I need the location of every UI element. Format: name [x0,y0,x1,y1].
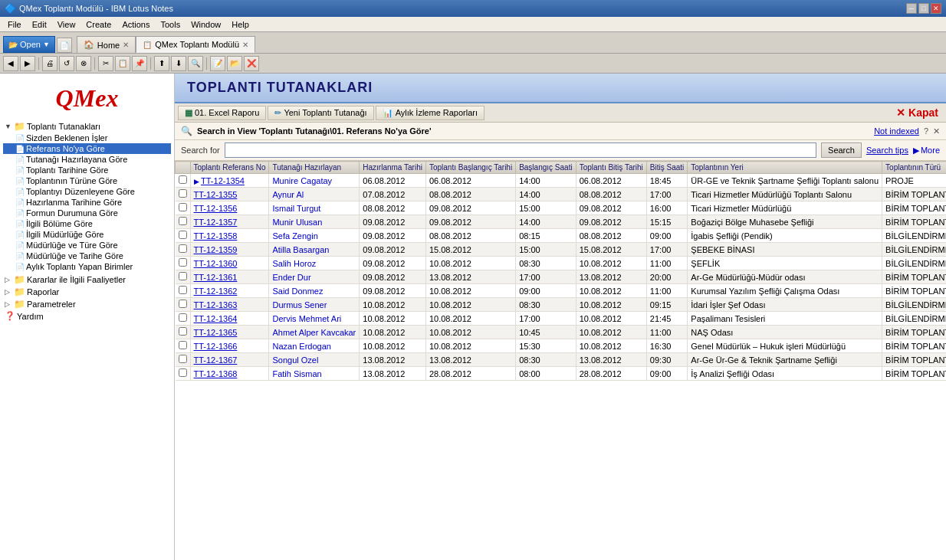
row-refno[interactable]: ▶ TT-12-1354 [190,174,269,188]
row-checkbox[interactable] [176,174,191,188]
col-header-bitis[interactable]: Toplantı Bitiş Tarihi [576,162,646,174]
row-checkbox[interactable] [176,257,191,270]
tree-item-parametreler[interactable]: ▷ 📁 Parametreler [3,298,171,310]
tree-item-tutanaklar[interactable]: ▼ 📁 Toplantı Tutanakları [3,120,171,133]
row-checkbox[interactable] [176,353,191,367]
tree-item-aylik[interactable]: 📄 Aylık Toplantı Yapan Birimler [3,261,171,272]
row-refno[interactable]: TT-12-1366 [190,339,269,353]
toolbar-back[interactable]: ◀ [3,56,18,71]
toolbar-down[interactable]: ⬇ [171,56,186,71]
row-check[interactable] [179,189,187,198]
col-header-bitissaati[interactable]: Bitiş Saati [646,162,687,174]
toolbar-paste[interactable]: 📌 [132,56,147,71]
toolbar-refresh[interactable]: ↺ [59,56,74,71]
row-refno[interactable]: TT-12-1356 [190,201,269,215]
row-refno[interactable]: TT-12-1361 [190,270,269,284]
ref-no-link[interactable]: TT-12-1354 [201,176,245,185]
menu-view[interactable]: View [53,19,80,30]
menu-tools[interactable]: Tools [156,19,185,30]
ref-no-link[interactable]: TT-12-1355 [194,190,238,199]
tree-item-duzenleyen[interactable]: 📄 Toplantıyı Düzenleyene Göre [3,186,171,197]
search-button[interactable]: Search [821,142,862,158]
row-refno[interactable]: TT-12-1355 [190,188,269,201]
row-checkbox[interactable] [176,312,191,326]
row-check[interactable] [179,217,187,225]
tree-item-hazirlanma[interactable]: 📄 Hazırlanma Tarihine Göre [3,197,171,208]
row-refno[interactable]: TT-12-1357 [190,215,269,229]
row-refno[interactable]: TT-12-1363 [190,298,269,312]
tree-item-tarih[interactable]: 📄 Toplantı Tarihine Göre [3,165,171,175]
row-refno[interactable]: TT-12-1360 [190,257,269,270]
row-checkbox[interactable] [176,229,191,243]
ref-no-link[interactable]: TT-12-1367 [194,355,238,365]
row-check[interactable] [179,300,187,308]
ref-no-link[interactable]: TT-12-1362 [194,287,238,296]
search-input[interactable] [225,142,816,158]
row-refno[interactable]: TT-12-1364 [190,312,269,326]
menu-help[interactable]: Help [227,19,254,30]
close-button[interactable]: ✕ [931,3,941,14]
ref-no-link[interactable]: TT-12-1357 [194,218,238,227]
row-check[interactable] [179,272,187,280]
tree-item-referans[interactable]: 📄 Referans No'ya Göre [3,143,171,154]
not-indexed-link[interactable]: Not indexed [874,126,919,136]
col-header-tur[interactable]: Toplantının Türü [882,162,946,174]
row-check[interactable] [179,203,187,211]
tab-qmex[interactable]: 📋 QMex Toplantı Modülü ✕ [136,36,255,53]
row-checkbox[interactable] [176,367,191,381]
action-tab-new[interactable]: ✏ Yeni Toplantı Tutanağı [268,106,373,120]
row-checkbox[interactable] [176,339,191,353]
menu-file[interactable]: File [3,19,26,30]
tab-qmex-close[interactable]: ✕ [242,41,248,49]
toolbar-close-doc[interactable]: ❌ [244,56,259,71]
toolbar-print[interactable]: 🖨 [42,56,57,71]
tree-item-kararlar[interactable]: ▷ 📁 Kararlar ile İlgili Faaliyetler [3,273,171,286]
row-refno[interactable]: TT-12-1368 [190,367,269,381]
tree-item-tur[interactable]: 📄 Toplantının Türüne Göre [3,175,171,186]
menu-window[interactable]: Window [186,19,225,30]
row-check[interactable] [179,368,187,377]
toolbar-new-doc[interactable]: 📝 [210,56,225,71]
row-check[interactable] [179,244,187,253]
tab-home-close[interactable]: ✕ [123,41,129,49]
ref-no-link[interactable]: TT-12-1359 [194,245,238,254]
row-checkbox[interactable] [176,188,191,201]
tree-item-raporlar[interactable]: ▷ 📁 Raporlar [3,286,171,298]
more-button[interactable]: ▶ More [913,146,940,156]
maximize-button[interactable]: □ [918,3,929,14]
ref-no-link[interactable]: TT-12-1368 [194,369,238,378]
open-button[interactable]: 📂 Open ▼ [3,36,55,53]
row-checkbox[interactable] [176,298,191,312]
row-check[interactable] [179,327,187,336]
search-tips-link[interactable]: Search tips [866,146,908,155]
title-bar-controls[interactable]: ─ □ ✕ [906,3,941,14]
col-header-refno[interactable]: Toplantı Referans No [190,162,269,174]
row-check[interactable] [179,355,187,363]
menu-actions[interactable]: Actions [117,19,154,30]
ref-no-link[interactable]: TT-12-1356 [194,204,238,213]
row-check[interactable] [179,175,187,184]
close-search-icon[interactable]: ✕ [933,126,940,136]
ref-no-link[interactable]: TT-12-1358 [194,231,238,241]
tab-home[interactable]: 🏠 Home ✕ [77,36,136,53]
row-checkbox[interactable] [176,243,191,257]
row-checkbox[interactable] [176,215,191,229]
col-header-hazirlayan[interactable]: Tutanağı Hazırlayan [269,162,360,174]
minimize-button[interactable]: ─ [906,3,917,14]
row-refno[interactable]: TT-12-1359 [190,243,269,257]
tree-item-beklenen[interactable]: 📄 Sizden Beklenen İşler [3,133,171,143]
ref-no-link[interactable]: TT-12-1360 [194,259,238,268]
tree-item-yardim[interactable]: ❓ Yardım [3,310,171,322]
row-checkbox[interactable] [176,201,191,215]
tree-item-mudtur[interactable]: 📄 Müdürlüğe ve Türe Göre [3,240,171,251]
col-header-hazirlanma[interactable]: Hazırlanma Tarihi [360,162,426,174]
row-refno[interactable]: TT-12-1365 [190,326,269,339]
action-tab-report[interactable]: 📊 Aylık İzleme Raporları [376,106,484,120]
row-refno[interactable]: TT-12-1367 [190,353,269,367]
row-check[interactable] [179,286,187,294]
ref-no-link[interactable]: TT-12-1364 [194,314,238,323]
row-checkbox[interactable] [176,326,191,339]
tree-item-bolum[interactable]: 📄 İlgili Bölüme Göre [3,218,171,229]
row-checkbox[interactable] [176,270,191,284]
row-check[interactable] [179,313,187,322]
